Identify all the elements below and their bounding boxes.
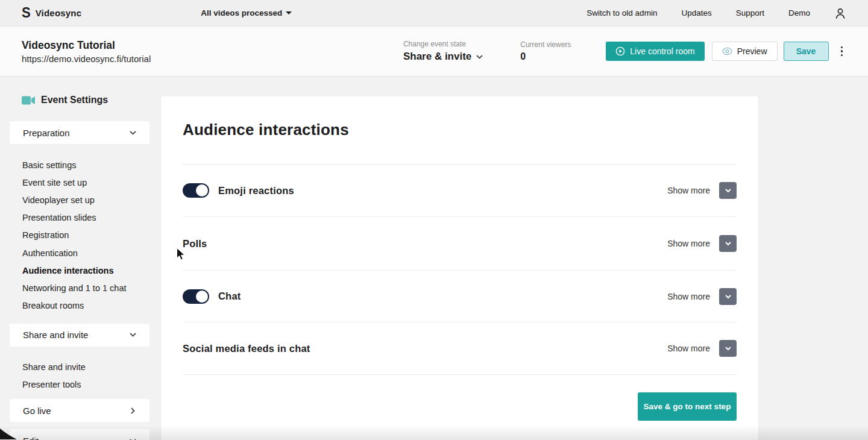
chevron-down-icon	[130, 131, 136, 135]
chevron-down-icon	[725, 346, 732, 351]
section-label: Preparation	[23, 128, 70, 138]
event-header: Videosync Tutorial https://demo.videosyn…	[0, 27, 868, 77]
eye-icon	[722, 47, 732, 55]
audience-interactions-panel: Audience interactions Emoji reactions Sh…	[161, 96, 758, 440]
live-control-room-label: Live control room	[630, 46, 694, 56]
save-label: Save	[796, 46, 816, 56]
share-items: Share and invite Presenter tools	[10, 359, 149, 394]
chat-toggle[interactable]	[183, 289, 209, 304]
settings-sidebar: Event Settings Preparation Basic setting…	[10, 77, 149, 440]
sidebar-item-presenter-tools[interactable]: Presenter tools	[10, 376, 149, 394]
current-viewers-count: 0	[520, 51, 571, 62]
chevron-down-icon	[130, 333, 136, 337]
sidebar-item-networking-1to1-chat[interactable]: Networking and 1 to 1 chat	[10, 279, 149, 297]
play-circle-icon	[615, 46, 625, 56]
videosync-logo-icon: S	[22, 6, 31, 20]
more-options-kebab-icon[interactable]	[837, 43, 847, 60]
sidebar-section-edit[interactable]: Edit	[10, 429, 149, 440]
setting-row-chat: Chat Show more	[183, 271, 737, 322]
setting-row-social-media-feeds: Social media feeds in chat Show more	[183, 322, 737, 375]
sidebar-item-registration[interactable]: Registration	[10, 227, 149, 244]
save-button[interactable]: Save	[784, 42, 829, 61]
chevron-right-icon	[131, 407, 135, 414]
current-viewers-label: Current viewers	[520, 40, 571, 49]
show-more-link[interactable]: Show more	[667, 292, 710, 301]
sidebar-title: Event Settings	[22, 95, 149, 105]
brand-name: Videosync	[36, 8, 82, 18]
brand-logo[interactable]: S Videosync	[22, 7, 81, 20]
videos-processed-dropdown[interactable]: All videos processed	[201, 8, 292, 17]
demo-link[interactable]: Demo	[788, 8, 810, 17]
expand-chevron-button[interactable]	[719, 182, 737, 199]
caret-down-icon	[286, 11, 292, 14]
preparation-items: Basic settings Event site set up Videopl…	[10, 156, 149, 315]
support-link[interactable]: Support	[736, 8, 764, 17]
sidebar-section-share-and-invite[interactable]: Share and invite	[10, 324, 149, 347]
setting-label: Emoji reactions	[218, 185, 294, 196]
expand-chevron-button[interactable]	[719, 340, 737, 357]
show-more-link[interactable]: Show more	[667, 344, 710, 353]
setting-row-emoji-reactions: Emoji reactions Show more	[183, 165, 737, 217]
show-more-link[interactable]: Show more	[667, 239, 710, 248]
preview-button[interactable]: Preview	[712, 42, 778, 61]
section-label: Edit	[23, 436, 39, 440]
setting-label: Polls	[183, 238, 207, 250]
top-navigation-bar: S Videosync All videos processed Switch …	[0, 0, 868, 27]
change-event-state-label: Change event state	[403, 40, 483, 48]
sidebar-item-audience-interactions[interactable]: Audience interactions	[10, 262, 149, 279]
sidebar-item-share-and-invite[interactable]: Share and invite	[10, 359, 149, 376]
section-label: Go live	[23, 406, 51, 416]
sidebar-section-go-live[interactable]: Go live	[10, 399, 149, 422]
video-camera-icon	[22, 96, 35, 105]
emoji-reactions-toggle[interactable]	[183, 183, 209, 198]
sidebar-section-preparation[interactable]: Preparation	[10, 121, 149, 144]
event-title: Videosync Tutorial	[22, 39, 151, 52]
setting-label: Social media feeds in chat	[183, 343, 310, 354]
updates-link[interactable]: Updates	[681, 8, 711, 17]
chevron-down-icon	[725, 294, 732, 299]
live-control-room-button[interactable]: Live control room	[606, 42, 704, 61]
sidebar-item-event-site-set-up[interactable]: Event site set up	[10, 174, 149, 191]
expand-chevron-button[interactable]	[719, 288, 737, 305]
setting-label: Chat	[218, 291, 241, 302]
chevron-down-icon	[476, 55, 483, 59]
switch-old-admin-link[interactable]: Switch to old admin	[587, 8, 657, 17]
event-state-value: Share & invite	[403, 51, 471, 63]
show-more-link[interactable]: Show more	[667, 186, 710, 195]
sidebar-item-authentication[interactable]: Authentication	[10, 244, 149, 262]
event-url[interactable]: https://demo.videosync.fi/tutorial	[22, 54, 151, 64]
page-title: Audience interactions	[183, 96, 737, 139]
sidebar-item-videoplayer-set-up[interactable]: Videoplayer set up	[10, 191, 149, 209]
setting-row-polls: Polls Show more	[183, 217, 737, 271]
sidebar-item-breakout-rooms[interactable]: Breakout rooms	[10, 297, 149, 315]
chevron-down-icon	[725, 188, 732, 193]
expand-chevron-button[interactable]	[719, 235, 737, 252]
account-icon[interactable]	[834, 7, 846, 19]
chevron-down-icon	[725, 241, 732, 246]
event-state-dropdown[interactable]: Share & invite	[403, 51, 483, 63]
sidebar-item-presentation-slides[interactable]: Presentation slides	[10, 209, 149, 227]
section-label: Share and invite	[23, 330, 88, 340]
videos-processed-label: All videos processed	[201, 8, 282, 17]
sidebar-title-label: Event Settings	[41, 95, 108, 105]
sidebar-item-basic-settings[interactable]: Basic settings	[10, 156, 149, 174]
save-and-next-step-button[interactable]: Save & go to next step	[638, 392, 737, 421]
preview-label: Preview	[737, 46, 767, 56]
